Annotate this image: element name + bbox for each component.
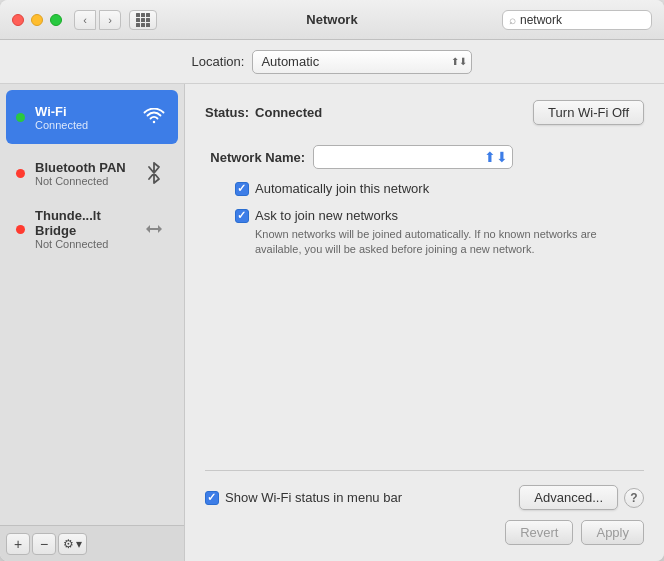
ask-join-description: Known networks will be joined automatica… [235,227,644,258]
forward-icon: › [108,14,112,26]
apply-button[interactable]: Apply [581,520,644,545]
divider [205,470,644,471]
window-title: Network [306,12,357,27]
bluetooth-status-dot [16,169,25,178]
network-select-wrapper: ⬆⬇ [313,145,513,169]
sidebar-item-wifi[interactable]: Wi-Fi Connected [6,90,178,144]
sidebar: Wi-Fi Connected [0,84,185,561]
network-window: ‹ › Network ⌕ ✕ Location: Automatic Home [0,0,664,561]
show-menubar-left: Show Wi-Fi status in menu bar [205,490,402,505]
ask-join-row: Ask to join new networks [235,208,644,223]
traffic-lights [12,14,62,26]
grid-icon [136,13,150,27]
sidebar-item-bluetooth[interactable]: Bluetooth PAN Not Connected [6,146,178,200]
ask-join-label: Ask to join new networks [255,208,398,223]
search-box[interactable]: ⌕ ✕ [502,10,652,30]
back-icon: ‹ [83,14,87,26]
minimize-button[interactable] [31,14,43,26]
add-network-button[interactable]: + [6,533,30,555]
nav-buttons: ‹ › [74,10,121,30]
search-icon: ⌕ [509,13,516,27]
thunderbolt-icon [140,215,168,243]
help-button[interactable]: ? [624,488,644,508]
revert-apply-row: Revert Apply [205,520,644,545]
ask-join-checkbox[interactable] [235,209,249,223]
wifi-item-status: Connected [35,119,130,131]
location-label: Location: [192,54,245,69]
advanced-help-group: Advanced... ? [519,485,644,510]
sidebar-toolbar: + − ⚙ ▾ [0,525,184,561]
main-content: Wi-Fi Connected [0,84,664,561]
gear-menu-wrapper: ⚙ ▾ [58,533,87,555]
wifi-item-name: Wi-Fi [35,104,130,119]
auto-join-row: Automatically join this network [205,181,644,196]
bottom-section: Show Wi-Fi status in menu bar Advanced..… [205,466,644,545]
thunderbolt-item-name: Thunde...lt Bridge [35,208,130,238]
grid-button[interactable] [129,10,157,30]
location-bar: Location: Automatic Home Work ⬆⬇ [0,40,664,84]
advanced-button[interactable]: Advanced... [519,485,618,510]
right-panel: Status: Connected Turn Wi-Fi Off Network… [185,84,664,561]
bluetooth-icon [140,159,168,187]
gear-icon: ⚙ [63,537,74,551]
turn-off-wifi-button[interactable]: Turn Wi-Fi Off [533,100,644,125]
title-bar: ‹ › Network ⌕ ✕ [0,0,664,40]
search-input[interactable] [520,13,664,27]
status-row: Status: Connected Turn Wi-Fi Off [205,100,644,125]
network-name-row: Network Name: ⬆⬇ [205,145,644,169]
show-menubar-label: Show Wi-Fi status in menu bar [225,490,402,505]
wifi-icon [140,103,168,131]
sidebar-item-thunderbolt[interactable]: Thunde...lt Bridge Not Connected [6,202,178,256]
status-label-group: Status: Connected [205,105,322,120]
location-select[interactable]: Automatic Home Work [252,50,472,74]
back-button[interactable]: ‹ [74,10,96,30]
gear-chevron-icon: ▾ [76,537,82,551]
close-button[interactable] [12,14,24,26]
thunderbolt-status-dot [16,225,25,234]
thunderbolt-item-status: Not Connected [35,238,130,250]
status-value: Connected [255,105,322,120]
gear-menu-button[interactable]: ⚙ ▾ [58,533,87,555]
sidebar-list: Wi-Fi Connected [0,84,184,525]
bluetooth-item-status: Not Connected [35,175,130,187]
auto-join-checkbox[interactable] [235,182,249,196]
ask-join-section: Ask to join new networks Known networks … [205,208,644,258]
wifi-item-text: Wi-Fi Connected [35,104,130,131]
location-select-wrapper: Automatic Home Work ⬆⬇ [252,50,472,74]
thunderbolt-item-text: Thunde...lt Bridge Not Connected [35,208,130,250]
bluetooth-item-name: Bluetooth PAN [35,160,130,175]
network-name-select[interactable] [313,145,513,169]
bluetooth-item-text: Bluetooth PAN Not Connected [35,160,130,187]
revert-button[interactable]: Revert [505,520,573,545]
show-menubar-row: Show Wi-Fi status in menu bar Advanced..… [205,485,644,510]
forward-button[interactable]: › [99,10,121,30]
maximize-button[interactable] [50,14,62,26]
status-label: Status: [205,105,249,120]
network-name-label: Network Name: [205,150,305,165]
wifi-status-dot [16,113,25,122]
remove-network-button[interactable]: − [32,533,56,555]
auto-join-label: Automatically join this network [255,181,429,196]
show-menubar-checkbox[interactable] [205,491,219,505]
